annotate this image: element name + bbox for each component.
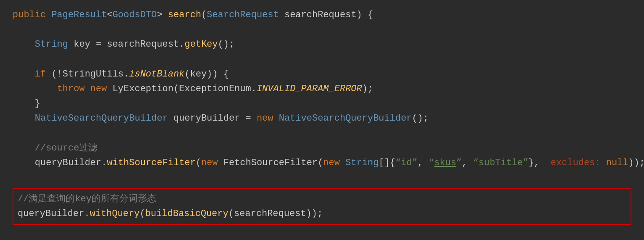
generic-close: > [157,8,168,22]
method-withsourcefilter: withSourceFilter [107,156,195,170]
getkey-parens: (); [218,37,235,52]
code-line-5: } [13,96,631,111]
code-line-3: if (!StringUtils. isNotBlank (key)) { [13,67,631,82]
wsf-close: )); [628,156,644,170]
param-searchrequest: searchRequest) { [279,8,373,22]
generic-open: < [107,8,112,22]
nativesearch-parens: (); [412,111,429,126]
keyword-new: new [90,82,113,96]
type-string: String [35,37,68,52]
type-pageresult: PageResult [51,8,107,22]
fetchsourcefilter: FetchSourceFilter( [223,156,323,170]
named-param-excludes: excludes: [551,156,606,170]
indent1d [13,111,35,126]
qb-withquery: queryBuilder. [18,206,90,221]
indent2 [13,82,57,96]
if-cond-open: (!StringUtils. [51,67,129,82]
type-nativesearchquerybuilder: NativeSearchQueryBuilder [35,111,168,126]
var-querybuilder: queryBuilder = [168,111,257,126]
code-editor: public PageResult < GoodsDTO > search ( … [0,0,644,240]
array-close: }, [528,156,551,170]
indent1 [13,37,35,52]
code-line-7: //source过滤 [13,141,631,156]
method-buildbasicquery: buildBasicQuery [145,206,229,221]
bbq-args: (searchRequest)); [229,206,323,221]
comment-source: //source过滤 [35,141,98,156]
indent1f [13,156,35,170]
code-line-2: String key = searchRequest. getKey (); [13,37,631,52]
comment-satisfy: //满足查询的key的所有分词形态 [18,192,156,206]
paren-open: ( [201,8,207,22]
str-subtitle: “subTitle” [473,156,528,170]
keyword-null: null [606,156,628,170]
code-line-blank2 [13,52,631,67]
highlighted-code-block: //满足查询的key的所有分词形态 queryBuilder. withQuer… [13,188,631,224]
str-skus: “skus” [428,156,462,170]
method-search: search [168,8,201,22]
keyword-new2: new [257,111,279,126]
enum-invalid: INVALID_PARAM_ERROR [257,82,362,96]
wsf-open: ( [196,156,201,170]
type-searchrequest: SearchRequest [207,8,279,22]
code-line-blank3 [13,126,631,141]
code-line-blank1 [13,22,631,37]
type-string2: String [345,156,379,170]
comma2: , [462,156,473,170]
keyword-if: if [35,67,52,82]
brace-close: } [35,96,40,111]
type-goodsdto: GoodsDTO [113,8,157,22]
wq-open: ( [139,206,145,221]
code-line-8: queryBuilder. withSourceFilter ( new Fet… [13,156,631,170]
keyword-new3: new [201,156,223,170]
qb-withsourcefilter: queryBuilder. [35,156,107,170]
code-line-blank4 [13,170,631,185]
comma1: , [418,156,428,170]
code-line-9: //满足查询的key的所有分词形态 [18,192,626,206]
code-line-4: throw new LyException(ExceptionEnum. INV… [13,82,631,96]
indent1b [13,67,35,82]
keyword-public: public [13,8,51,22]
method-withquery: withQuery [90,206,140,221]
code-line-1: public PageResult < GoodsDTO > search ( … [13,8,631,22]
keyword-new4: new [323,156,345,170]
throw-semi: ); [362,82,373,96]
if-cond-close: (key)) { [184,67,229,82]
code-line-10: queryBuilder. withQuery ( buildBasicQuer… [18,206,626,221]
type-nativesearchquerybuilder2: NativeSearchQueryBuilder [279,111,412,126]
var-key: key = searchRequest. [68,37,184,52]
array-open: []{ [379,156,395,170]
code-line-6: NativeSearchQueryBuilder queryBuilder = … [13,111,631,126]
lyexception: LyException(ExceptionEnum. [113,82,257,96]
indent1e [13,141,35,156]
method-getkey: getKey [184,37,218,52]
method-isnotblank: isNotBlank [129,67,184,82]
indent1c [13,96,35,111]
keyword-throw: throw [57,82,90,96]
str-id: “id” [395,156,418,170]
